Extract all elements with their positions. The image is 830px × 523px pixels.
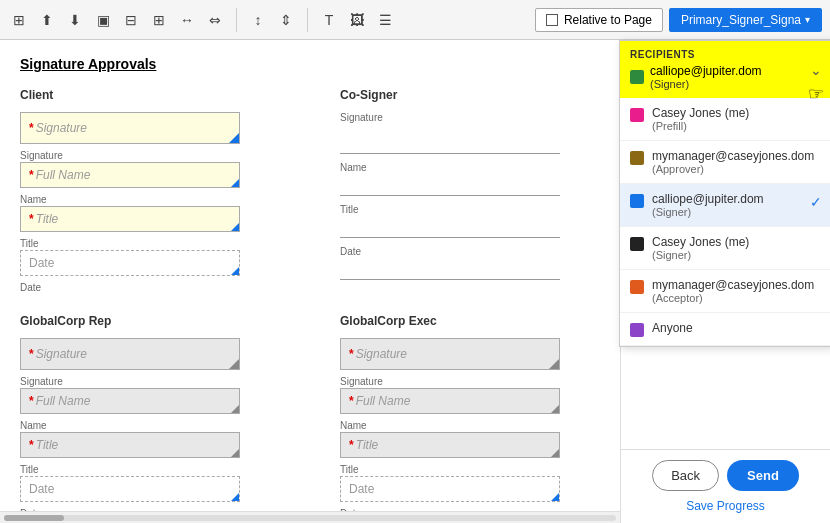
text-icon[interactable]: T	[318, 9, 340, 31]
globalcorp-rep-section: GlobalCorp Rep * Signature Signature * F…	[20, 314, 280, 520]
rep-fullname-field[interactable]: * Full Name	[20, 388, 240, 414]
separator-1	[236, 8, 237, 32]
exec-title-field[interactable]: * Title	[340, 432, 560, 458]
recipient-name-3: calliope@jupiter.dom	[652, 192, 802, 206]
chevron-down-icon: ▾	[805, 14, 810, 25]
grid-icon[interactable]: ⊞	[8, 9, 30, 31]
recipient-name-1: Casey Jones (me)	[652, 106, 798, 120]
recipient-name-4: Casey Jones (me)	[652, 235, 798, 249]
relative-to-page-label: Relative to Page	[564, 13, 652, 27]
cosigner-name-label: Name	[340, 162, 600, 173]
recipient-color-6	[630, 323, 644, 337]
primary-signer-label: Primary_Signer_Signa	[681, 13, 801, 27]
image-icon[interactable]: 🖼	[346, 9, 368, 31]
recipient-color-4	[630, 237, 644, 251]
rep-fullname-label: Signature	[20, 376, 280, 387]
right-panel: RECIPIENTS calliope@jupiter.dom (Signer)…	[620, 40, 830, 523]
cosigner-date-label: Date	[340, 246, 600, 257]
recipient-list: Casey Jones (me) (Prefill) mymanager@cas…	[620, 98, 830, 346]
recipient-color-2	[630, 151, 644, 165]
distribute-icon[interactable]: ⇕	[275, 9, 297, 31]
relative-to-page-button[interactable]: Relative to Page	[535, 8, 663, 32]
recipient-role-3: (Signer)	[652, 206, 802, 218]
cosigner-section: Co-Signer Signature Name Title Date	[340, 88, 600, 294]
align-left-icon[interactable]: ↔	[176, 9, 198, 31]
cosigner-name-line	[340, 174, 560, 196]
checkmark-icon: ✓	[810, 194, 822, 210]
sig-placeholder: Signature	[36, 121, 87, 135]
date-field[interactable]: Date	[20, 250, 240, 276]
dropdown-chevron-icon[interactable]: ⌄	[810, 62, 822, 78]
name-label: Name	[20, 194, 280, 205]
sig-field[interactable]: * Signature	[20, 112, 240, 144]
align-top-icon[interactable]: ↕	[247, 9, 269, 31]
rep-title-field[interactable]: * Title	[20, 432, 240, 458]
insert-below-icon[interactable]: ⬇	[64, 9, 86, 31]
selected-recipient-color	[630, 70, 644, 84]
insert-above-icon[interactable]: ⬆	[36, 9, 58, 31]
back-button[interactable]: Back	[652, 460, 719, 491]
rep-date-placeholder: Date	[29, 482, 54, 496]
globalcorp-exec-title: GlobalCorp Exec	[340, 314, 600, 328]
globalcorp-rep-title: GlobalCorp Rep	[20, 314, 280, 328]
rep-title-label: Title	[20, 464, 280, 475]
fullname-placeholder: Full Name	[36, 168, 91, 182]
client-section-title: Client	[20, 88, 280, 102]
exec-date-field[interactable]: Date	[340, 476, 560, 502]
content-area: Signature Approvals Client * Signature S…	[0, 40, 620, 523]
primary-signer-button[interactable]: Primary_Signer_Signa ▾	[669, 8, 822, 32]
exec-title-placeholder: Title	[356, 438, 379, 452]
recipient-role-4: (Signer)	[652, 249, 798, 261]
exec-fullname-placeholder: Full Name	[356, 394, 411, 408]
form-icon[interactable]: ☰	[374, 9, 396, 31]
rep-fullname-placeholder: Full Name	[36, 394, 91, 408]
list-item[interactable]: Anyone	[620, 313, 830, 346]
recipient-role-5: (Acceptor)	[652, 292, 814, 304]
align-right-icon[interactable]: ⇔	[204, 9, 226, 31]
split-v-icon[interactable]: ⊞	[148, 9, 170, 31]
recipient-name-2: mymanager@caseyjones.dom	[652, 149, 814, 163]
recipient-role-2: (Approver)	[652, 163, 814, 175]
rep-name-label: Name	[20, 420, 280, 431]
exec-fullname-field[interactable]: * Full Name	[340, 388, 560, 414]
client-section: Client * Signature Signature * Full Name	[20, 88, 280, 294]
rep-sig-field[interactable]: * Signature	[20, 338, 240, 370]
cosigner-sig-label: Signature	[340, 112, 600, 123]
bottom-panel: Back Send Save Progress	[621, 449, 830, 523]
list-item[interactable]: Casey Jones (me) (Prefill)	[620, 98, 830, 141]
cosigner-date-line	[340, 258, 560, 280]
cosigner-title-line	[340, 216, 560, 238]
recipient-name-5: mymanager@caseyjones.dom	[652, 278, 814, 292]
exec-sig-field[interactable]: * Signature	[340, 338, 560, 370]
separator-2	[307, 8, 308, 32]
list-item[interactable]: mymanager@caseyjones.dom (Approver)	[620, 141, 830, 184]
list-item[interactable]: calliope@jupiter.dom (Signer) ✓	[620, 184, 830, 227]
cosigner-section-title: Co-Signer	[340, 88, 600, 102]
rep-title-placeholder: Title	[36, 438, 59, 452]
rep-sig-placeholder: Signature	[36, 347, 87, 361]
page-title: Signature Approvals	[20, 56, 600, 72]
rep-date-field[interactable]: Date	[20, 476, 240, 502]
globalcorp-exec-section: GlobalCorp Exec * Signature Signature * …	[340, 314, 600, 520]
cosigner-sig-line	[340, 124, 560, 154]
exec-sig-placeholder: Signature	[356, 347, 407, 361]
date-placeholder: Date	[29, 256, 54, 270]
recipients-dropdown: RECIPIENTS calliope@jupiter.dom (Signer)…	[619, 40, 830, 347]
recipient-color-3	[630, 194, 644, 208]
list-item[interactable]: Casey Jones (me) (Signer)	[620, 227, 830, 270]
list-item[interactable]: mymanager@caseyjones.dom (Acceptor)	[620, 270, 830, 313]
exec-name-label: Name	[340, 420, 600, 431]
send-button[interactable]: Send	[727, 460, 799, 491]
fullname-field[interactable]: * Full Name	[20, 162, 240, 188]
save-progress-link[interactable]: Save Progress	[686, 499, 765, 513]
title-field[interactable]: * Title	[20, 206, 240, 232]
title-placeholder: Title	[36, 212, 59, 226]
split-h-icon[interactable]: ⊟	[120, 9, 142, 31]
exec-title-label: Title	[340, 464, 600, 475]
recipients-header: RECIPIENTS calliope@jupiter.dom (Signer)…	[620, 41, 830, 98]
merge-icon[interactable]: ▣	[92, 9, 114, 31]
recipient-role-1: (Prefill)	[652, 120, 798, 132]
scrollbar[interactable]	[0, 511, 620, 523]
cursor-hand-icon: ☞	[808, 83, 824, 105]
recipient-color-1	[630, 108, 644, 122]
